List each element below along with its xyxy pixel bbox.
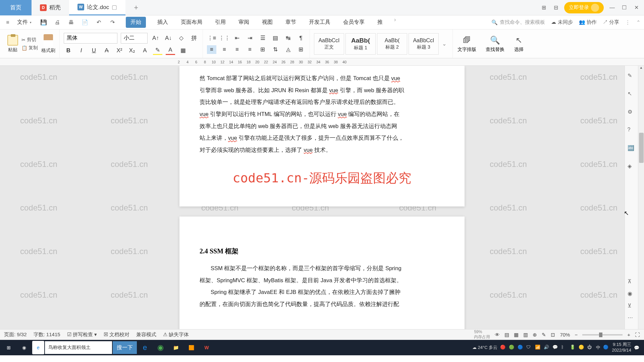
document-page[interactable]: 2.4 SSM 框架 SSM 框架不是一个框架的名称，而是三个框架的首字母缩写，… — [179, 217, 465, 329]
subscript-button[interactable]: X₂ — [127, 46, 137, 55]
explorer-icon[interactable]: 📁 — [168, 341, 183, 354]
ribbon-tab-layout[interactable]: 页面布局 — [179, 17, 204, 28]
command-search[interactable]: 🔍 查找命令、搜索模板 — [491, 19, 545, 25]
paste-button[interactable]: 粘贴 — [7, 35, 18, 53]
scroll-thumb[interactable] — [639, 133, 644, 163]
undo-icon[interactable]: ↶ — [94, 18, 103, 27]
tray-icon[interactable]: 🔴 — [500, 345, 506, 351]
close-icon[interactable]: ✕ — [633, 4, 640, 11]
notifications-icon[interactable]: 💬 — [634, 345, 639, 350]
bluetooth-icon[interactable]: ᛒ — [561, 345, 567, 351]
ribbon-tab-more[interactable]: 推 — [376, 17, 384, 28]
bold-button[interactable]: B — [64, 46, 73, 55]
doc-paragraph[interactable]: SSM 框架不是一个框架的名称，而是三个框架的首字母缩写，分别是 Spring … — [200, 262, 444, 286]
wps-icon[interactable]: W — [199, 341, 214, 354]
tray-icon[interactable]: 📶 — [535, 345, 541, 351]
font-size-select[interactable] — [121, 33, 148, 44]
menu-icon[interactable]: ≡ — [3, 18, 12, 27]
pointer-icon[interactable]: ↖ — [628, 90, 636, 99]
save-icon[interactable]: 💾 — [39, 18, 48, 27]
char-shading-button[interactable]: ▦ — [178, 46, 188, 55]
doc-heading[interactable]: 2.4 SSM 框架 — [200, 247, 444, 256]
ime-indicator[interactable]: 中 — [596, 345, 600, 351]
doc-paragraph[interactable]: Spring 框架继承了 JavaEE 和 EJB 框架的优点，在依赖注入方面去… — [200, 286, 444, 310]
ribbon-tab-section[interactable]: 章节 — [284, 17, 298, 28]
diamond-icon[interactable]: ◈ — [628, 163, 636, 171]
redo-icon[interactable]: ↷ — [108, 18, 117, 27]
view-draft-icon[interactable]: ✎ — [542, 332, 546, 338]
login-button[interactable]: 立即登录 — [564, 2, 604, 13]
scroll-up-button[interactable]: ▲ — [638, 66, 644, 69]
tray-icon[interactable]: 🟡 — [579, 345, 585, 351]
document-page[interactable]: 然 Tomcat 部署了网站之后就可以运行网页让客户访问，但是 Tomcat 也… — [179, 66, 465, 206]
ribbon-tab-review[interactable]: 审阅 — [237, 17, 251, 28]
find-replace-button[interactable]: 🔍 查找替换 — [481, 35, 509, 53]
zoom-fit-icon[interactable]: ⊡ — [551, 332, 555, 338]
tray-icon[interactable]: 💬 — [552, 345, 558, 351]
ribbon-tab-dev[interactable]: 开发工具 — [308, 17, 332, 28]
help-icon[interactable]: ? — [628, 127, 636, 135]
tray-icon[interactable]: 🔊 — [544, 345, 550, 351]
numbering-button[interactable]: ⋮⋮ — [220, 34, 229, 43]
zoom-handle[interactable] — [599, 333, 602, 337]
menu-more-icon[interactable]: ⋮ — [625, 19, 630, 25]
collapse-icon[interactable]: ⌃ — [636, 19, 641, 25]
clear-format-icon[interactable]: ◇ — [176, 34, 186, 43]
start-button[interactable]: ⊞ — [1, 341, 16, 354]
view-outline-icon[interactable]: ▦ — [514, 332, 519, 338]
style-heading2[interactable]: AaBb(标题 2 — [377, 33, 407, 55]
ribbon-tab-reference[interactable]: 引用 — [214, 17, 227, 28]
ribbon-tab-insert[interactable]: 插入 — [156, 17, 169, 28]
ribbon-nav-icon[interactable]: › — [394, 17, 396, 28]
ie-icon[interactable]: e — [32, 341, 44, 354]
strikethrough-button[interactable]: A̶ — [102, 46, 111, 55]
clock[interactable]: 9:15 周三 2022/9/14 — [612, 342, 631, 353]
ribbon-tab-vip[interactable]: 会员专享 — [342, 17, 366, 28]
tray-icon[interactable]: 🔋 — [570, 345, 576, 351]
fullscreen-icon[interactable]: ⛶ — [635, 332, 640, 338]
translate-icon[interactable]: 🔤 — [628, 145, 636, 153]
phonetic-icon[interactable]: 拼 — [189, 34, 199, 43]
scroll-up-icon[interactable]: ⊼ — [628, 278, 636, 286]
decrease-indent-button[interactable]: ⇤ — [232, 34, 242, 43]
tray-icon[interactable]: 🛡 — [526, 345, 532, 351]
tab-mini-icon[interactable]: ▢ — [112, 4, 117, 11]
copy-button[interactable]: 📋 复制 — [21, 45, 38, 51]
style-heading3[interactable]: AaBbCcI标题 3 — [409, 33, 439, 55]
format-brush-button[interactable]: 格式刷 — [41, 34, 55, 54]
ribbon-tab-view[interactable]: 视图 — [261, 17, 274, 28]
align-left-icon[interactable]: ▤ — [271, 34, 280, 43]
zoom-in-button[interactable]: + — [627, 332, 630, 338]
increase-indent-button[interactable]: ⇥ — [245, 34, 255, 43]
apps-icon[interactable]: ⊟ — [552, 4, 559, 11]
zoom-slider[interactable] — [582, 334, 623, 336]
align-distribute-button[interactable]: ⊞ — [258, 45, 267, 54]
settings-icon[interactable]: ⚙ — [628, 109, 636, 117]
align-tab-icon[interactable]: ↹ — [283, 34, 293, 43]
text-effects-button[interactable]: A — [140, 46, 150, 55]
text-layout-button[interactable]: 🗊 文字排版 — [453, 35, 481, 53]
tray-icon[interactable]: ⏻ — [587, 345, 593, 351]
collab-button[interactable]: 👥 协作 — [579, 19, 597, 25]
view-page-icon[interactable]: ▤ — [504, 332, 509, 338]
compat-mode[interactable]: 兼容模式 — [136, 331, 156, 338]
borders-button[interactable]: ⊞ — [296, 45, 306, 54]
style-normal[interactable]: AaBbCcI正文 — [314, 33, 344, 55]
line-spacing-button[interactable]: ⇅ — [271, 45, 280, 54]
font-name-select[interactable] — [64, 33, 117, 44]
app-orange-icon[interactable]: 🟧 — [184, 341, 199, 354]
spell-check[interactable]: ☑ 拼写检查 ▾ — [67, 331, 97, 338]
underline-button[interactable]: U — [89, 46, 99, 55]
zoom-value[interactable]: 70% — [560, 332, 570, 338]
tray-icon[interactable]: 🔵 — [518, 345, 524, 351]
ruler[interactable]: 2 4 6 8 10 12 14 16 18 20 22 24 26 28 30… — [0, 58, 644, 66]
file-menu[interactable]: 文件▾ — [17, 19, 32, 26]
italic-button[interactable]: I — [76, 46, 86, 55]
preview-icon[interactable]: 📄 — [80, 18, 89, 27]
shading-button[interactable]: ◬ — [283, 45, 293, 54]
tab-docker[interactable]: D 稻壳 — [32, 0, 69, 15]
font-color-button[interactable]: A — [166, 46, 175, 55]
doc-paragraph[interactable]: 然 Tomcat 部署了网站之后就可以运行网页让客户访问，但是 Tomcat 也… — [200, 72, 444, 156]
pen-icon[interactable]: ✎ — [628, 72, 636, 80]
sort-button[interactable]: ☰ — [258, 34, 267, 43]
